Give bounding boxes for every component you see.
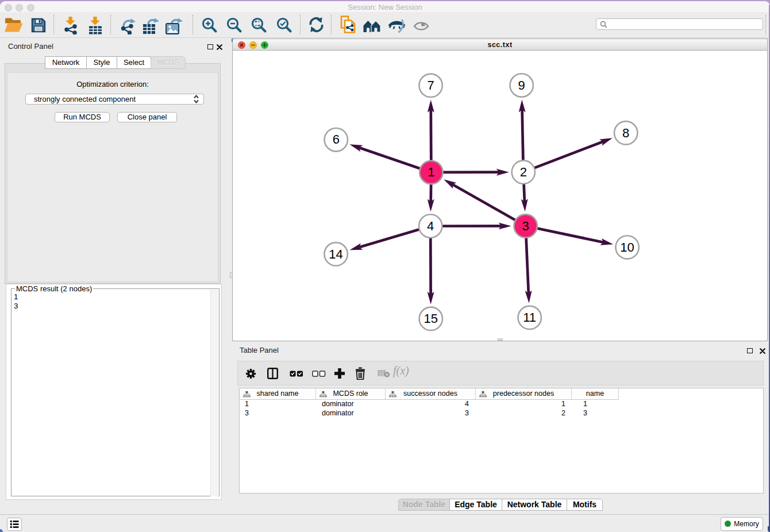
svg-text:3: 3	[522, 219, 529, 233]
svg-text:6: 6	[333, 132, 340, 147]
svg-text:1: 1	[428, 165, 434, 179]
svg-text:11: 11	[523, 310, 536, 325]
svg-text:8: 8	[622, 126, 629, 140]
svg-text:14: 14	[329, 247, 342, 261]
svg-text:15: 15	[424, 311, 438, 326]
svg-text:10: 10	[620, 240, 634, 255]
svg-text:7: 7	[427, 78, 434, 92]
svg-text:2: 2	[520, 165, 527, 179]
svg-text:9: 9	[518, 78, 525, 92]
svg-text:4: 4	[427, 219, 434, 233]
